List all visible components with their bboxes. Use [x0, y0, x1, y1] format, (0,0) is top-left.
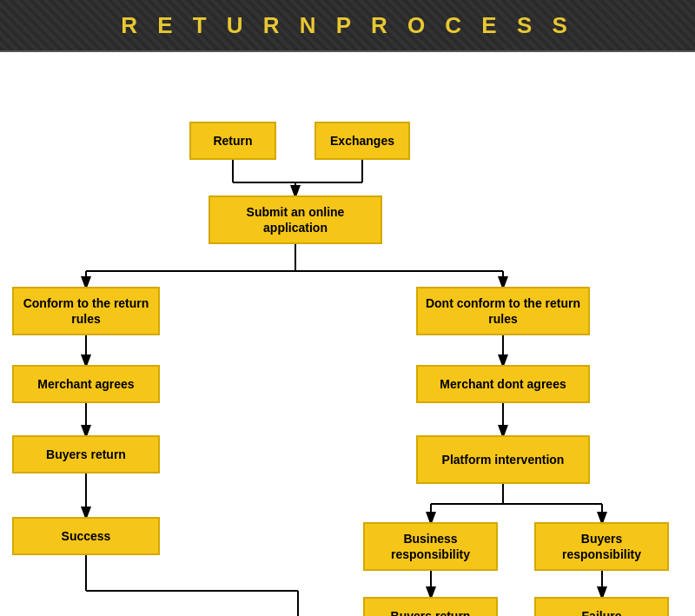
- failure-box: Failure: [534, 597, 669, 616]
- submit-box: Submit an online application: [208, 195, 382, 244]
- conform-box: Conform to the return rules: [12, 287, 160, 335]
- dont-conform-box: Dont conform to the return rules: [416, 287, 590, 335]
- buyers-return-left-box: Buyers return: [12, 435, 160, 474]
- page-header: R E T U R N P R O C E S S: [0, 0, 695, 52]
- buyers-return-mid-box: Buyers return: [363, 597, 498, 616]
- return-box: Return: [189, 122, 276, 160]
- merchant-agrees-box: Merchant agrees: [12, 365, 160, 403]
- exchanges-box: Exchanges: [314, 122, 410, 160]
- success-box: Success: [12, 517, 160, 555]
- buyers-resp-box: Buyers responsibility: [534, 522, 669, 571]
- business-resp-box: Business responsibility: [363, 522, 498, 571]
- flowchart-area: Return Exchanges Submit an online applic…: [0, 52, 695, 616]
- merchant-dont-box: Merchant dont agrees: [416, 365, 590, 403]
- page-title: R E T U R N P R O C E S S: [121, 12, 574, 39]
- platform-box: Platform intervention: [416, 435, 590, 484]
